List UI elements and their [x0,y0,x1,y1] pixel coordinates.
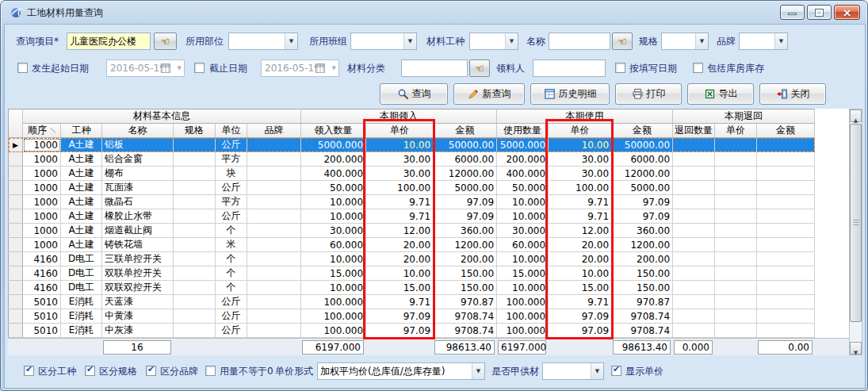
cell[interactable] [673,281,715,295]
cell[interactable]: 公斤 [216,181,247,195]
cell[interactable]: 200.00 [434,252,497,266]
cell[interactable] [673,252,715,266]
cell[interactable] [757,281,815,295]
cell[interactable] [174,266,216,281]
cell[interactable]: 10.00 [549,138,612,152]
vertical-scrollbar[interactable]: ▲ ▼ [849,109,862,355]
nonzero-checkbox[interactable] [205,366,216,376]
export-button[interactable]: 导出 [687,83,754,105]
cell[interactable]: 400.000 [301,167,366,181]
team-dropdown[interactable]: ▼ [350,33,417,50]
cell[interactable]: 30.00 [366,167,434,181]
cell[interactable]: 10.000 [301,209,366,224]
cell[interactable]: 9.71 [366,295,434,309]
cell[interactable]: 97.09 [612,195,673,209]
cell[interactable]: 平方 [216,195,247,209]
cell[interactable] [715,152,757,167]
column-header-brand[interactable]: 品牌 [247,124,301,138]
cell[interactable] [174,281,216,295]
cell[interactable] [174,209,216,224]
table-row[interactable]: 5010E消耗中灰漆公斤100.00097.099708.74100.00097… [9,324,815,338]
cell[interactable]: 20.00 [549,252,612,266]
cell[interactable]: 块 [216,167,247,181]
scroll-down-button[interactable]: ▼ [850,342,862,355]
cell[interactable]: 1000 [23,167,61,181]
cell[interactable] [247,252,301,266]
row-indicator[interactable] [9,152,23,167]
column-header-trade[interactable]: 工种 [61,124,102,138]
cell[interactable]: 10.000 [301,252,366,266]
cell[interactable]: 个 [216,266,247,281]
cell[interactable]: 10.00 [549,266,612,281]
cell[interactable]: 个 [216,252,247,266]
cell[interactable] [673,224,715,238]
cell[interactable] [174,195,216,209]
table-row[interactable]: 4160D电工双联双控开关个10.00015.00150.0010.00015.… [9,281,815,295]
column-header-used-qty[interactable]: 使用数量 [497,124,549,138]
category-input[interactable] [401,59,468,77]
cell[interactable]: 150.00 [434,266,497,281]
cell[interactable] [715,252,757,266]
cell[interactable]: 铝合金窗 [102,152,174,167]
cell[interactable] [715,324,757,338]
cell[interactable]: 双联双控开关 [102,281,174,295]
cell[interactable]: D电工 [61,252,102,266]
table-row[interactable]: 4160D电工双联单控开关个15.00010.00150.0015.00010.… [9,266,815,281]
row-indicator[interactable] [9,266,23,281]
cell[interactable]: 100.000 [497,309,549,324]
cell[interactable] [174,167,216,181]
cell[interactable]: E消耗 [61,324,102,338]
category-picker-button[interactable]: ☜ [469,59,490,77]
cell[interactable] [715,281,757,295]
cell[interactable] [715,181,757,195]
cell[interactable]: 1200.00 [434,238,497,252]
table-row[interactable]: 1000A土建橡胶止水带公斤10.0009.7197.0910.0009.719… [9,209,815,224]
cell[interactable]: 100.000 [301,324,366,338]
cell[interactable] [673,167,715,181]
cell[interactable] [715,167,757,181]
table-row[interactable]: ▶1000A土建铝板公斤5000.00010.0050000.005000.00… [9,138,815,152]
cell[interactable] [715,224,757,238]
by-trade-checkbox[interactable] [24,366,34,376]
by-fill-date-checkbox[interactable] [615,63,625,73]
close-button[interactable]: 关闭 [759,83,826,105]
cell[interactable]: 公斤 [216,138,247,152]
cell[interactable]: 50000.00 [434,138,497,152]
cell[interactable]: 50000.00 [612,138,673,152]
column-header-name[interactable]: 名称 [102,124,174,138]
cell[interactable] [247,209,301,224]
cell[interactable]: A土建 [61,224,102,238]
cell[interactable] [174,252,216,266]
cell[interactable] [757,138,815,152]
cell[interactable]: 150.00 [612,266,673,281]
column-header-returned-qty[interactable]: 退回数量 [673,124,715,138]
cell[interactable]: 5010 [23,295,61,309]
cell[interactable]: 三联单控开关 [102,252,174,266]
row-indicator[interactable] [9,252,23,266]
cell[interactable]: E消耗 [61,309,102,324]
cell[interactable]: 6000.00 [612,152,673,167]
row-indicator[interactable] [9,324,23,338]
cell[interactable] [715,266,757,281]
cell[interactable] [715,238,757,252]
supply-dropdown[interactable]: ▼ [542,362,604,380]
cell[interactable]: A土建 [61,138,102,152]
spec-dropdown[interactable]: ▼ [661,33,709,50]
table-row[interactable]: 1000A土建棚布块400.00030.0012000.00400.00030.… [9,167,815,181]
cell[interactable]: 5010 [23,309,61,324]
cell[interactable] [715,295,757,309]
cell[interactable]: 个 [216,281,247,295]
cell[interactable] [174,152,216,167]
column-header-unit[interactable]: 单位 [216,124,247,138]
cell[interactable]: 4160 [23,252,61,266]
cell[interactable]: E消耗 [61,295,102,309]
cell[interactable] [174,309,216,324]
cell[interactable]: 20.00 [366,238,434,252]
cell[interactable] [247,167,301,181]
cell[interactable]: 12000.00 [612,167,673,181]
table-row[interactable]: 4160D电工三联单控开关个10.00020.00200.0010.00020.… [9,252,815,266]
cell[interactable]: 150.00 [434,281,497,295]
row-indicator[interactable] [9,295,23,309]
cell[interactable]: 公斤 [216,209,247,224]
trade-dropdown[interactable]: ▼ [469,33,518,50]
